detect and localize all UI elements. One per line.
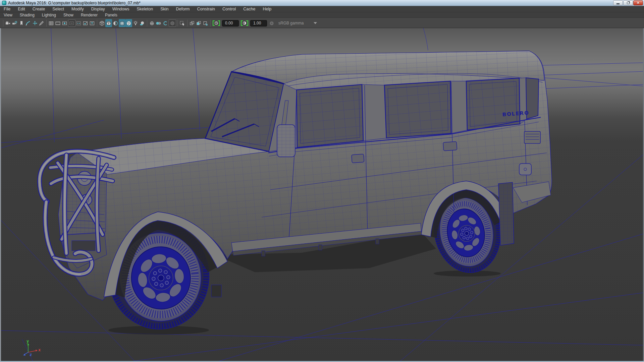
menubar: File Edit Create Select Modify Display W… [0,6,644,12]
maya-window: Autodesk Maya 2016: G:\computer backup\b… [0,0,644,362]
minimize-button[interactable] [613,0,623,5]
contrast-icon[interactable] [240,19,249,27]
menu-cache[interactable]: Cache [239,6,259,12]
camera-attributes-icon[interactable] [11,19,18,27]
wireframe-mode-icon[interactable] [99,19,105,27]
isolate-add-icon[interactable] [196,19,202,27]
menu-windows[interactable]: Windows [109,6,133,12]
window-frame-left [0,28,1,362]
panel-toolbar: 0.00 1.00 sRGB gamma [0,18,644,28]
restore-icon [627,2,630,4]
axis-y-label: y [26,339,29,344]
grid-icon[interactable] [48,19,55,27]
isolate-view-icon[interactable] [202,19,209,27]
ssao-icon[interactable] [149,19,155,27]
front-door-handle [352,154,364,163]
axle-detail [211,285,221,297]
menu-skin[interactable]: Skin [157,6,172,12]
rear-door-handle [443,141,457,151]
safe-action-icon[interactable] [82,19,89,27]
viewport-canvas[interactable]: BOLERO [0,28,644,362]
minimize-icon [616,3,620,4]
menu-constrain[interactable]: Constrain [194,6,219,12]
bookmark-icon[interactable] [18,19,25,27]
resolution-gate-icon[interactable] [61,19,68,27]
panel-menu-panels[interactable]: Panels [101,13,121,17]
isolate-select-icon[interactable] [189,19,196,27]
mud-flap-wireframe [498,182,514,245]
menu-help[interactable]: Help [259,6,275,12]
gamma-dropdown-label: sRGB gamma [278,21,304,25]
panel-menu-renderer[interactable]: Renderer [77,13,101,17]
restore-button[interactable] [623,0,633,5]
shadows-icon[interactable] [139,19,146,27]
wireframe-on-shaded-icon[interactable] [119,19,125,27]
menu-display[interactable]: Display [88,6,109,12]
close-icon: ✕ [637,1,639,5]
maya-app-icon [2,1,6,5]
panel-menubar: View Shading Lighting Show Renderer Pane… [0,12,644,18]
rear-vent [524,131,540,143]
exposure-field[interactable]: 0.00 [222,20,239,26]
menu-control[interactable]: Control [219,6,239,12]
shaded-mode-icon[interactable] [105,19,112,27]
menu-file[interactable]: File [0,6,14,12]
axis-z-label: z [30,352,32,357]
panel-menu-lighting[interactable]: Lighting [38,13,60,17]
pivot-icon[interactable] [32,19,38,27]
panel-menu-view[interactable]: View [0,13,16,17]
perspective-viewport[interactable]: BOLERO [0,28,644,362]
menu-edit[interactable]: Edit [14,6,29,12]
select-camera-icon[interactable] [5,19,11,27]
textured-mode-icon[interactable] [112,19,119,27]
fuel-cap [519,164,531,175]
menu-deform[interactable]: Deform [172,6,194,12]
window-title: Autodesk Maya 2016: G:\computer backup\b… [8,1,141,5]
plugin-shading-icon[interactable] [169,19,176,27]
panel-menu-show[interactable]: Show [60,13,77,17]
menu-select[interactable]: Select [49,6,68,12]
gamma-dropdown[interactable]: sRGB gamma [275,21,320,25]
lighting-icon[interactable] [132,19,139,27]
grease-pencil-icon[interactable] [25,19,32,27]
menu-skeleton[interactable]: Skeleton [133,6,157,12]
antialias-icon[interactable] [162,19,169,27]
safe-title-icon[interactable] [89,19,96,27]
xray-mode-icon[interactable] [125,19,132,27]
close-button[interactable]: ✕ [633,0,643,5]
film-gate-icon[interactable] [55,19,61,27]
contrast-field[interactable]: 1.00 [250,20,267,26]
motion-blur-icon[interactable] [155,19,162,27]
axis-x-label: x [38,348,41,352]
gate-mask-icon[interactable] [68,19,75,27]
exposure-icon[interactable] [212,19,221,27]
gamma-lock-icon [268,19,275,27]
select-tool-icon[interactable] [179,19,186,27]
chevron-down-icon [314,22,317,24]
menu-create[interactable]: Create [29,6,49,12]
titlebar: Autodesk Maya 2016: G:\computer backup\b… [0,0,644,6]
field-chart-icon[interactable] [75,19,82,27]
menu-modify[interactable]: Modify [68,6,88,12]
pencil-icon[interactable] [38,19,45,27]
panel-menu-shading[interactable]: Shading [16,13,38,17]
bumper-intake [72,241,95,251]
